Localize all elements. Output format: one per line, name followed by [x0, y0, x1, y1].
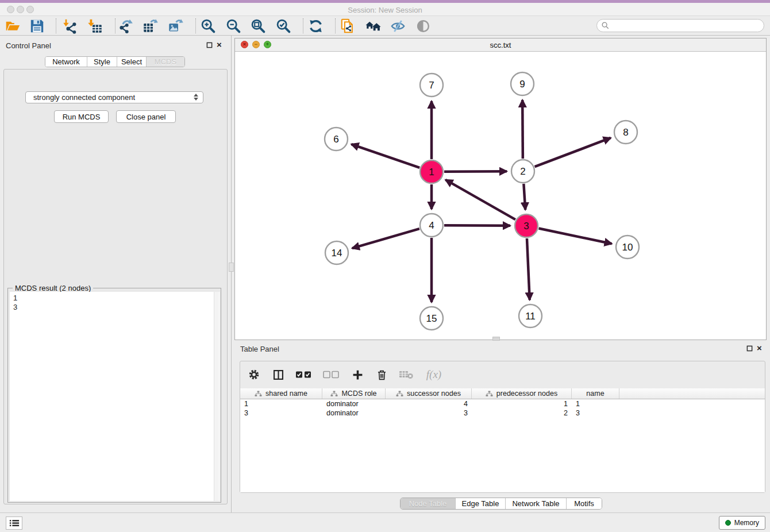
float-table-panel-icon[interactable] [746, 345, 753, 352]
delete-table-button[interactable] [398, 367, 415, 382]
import-table-button[interactable] [85, 18, 105, 34]
column-header-successor-nodes[interactable]: successor nodes [386, 388, 472, 399]
tab-network-table[interactable]: Network Table [506, 498, 567, 509]
graph-node-10[interactable]: 10 [616, 236, 639, 259]
cell-shared-name: 1 [240, 399, 322, 408]
export-table-button[interactable] [140, 18, 160, 34]
graph-edge-3-10[interactable] [539, 229, 612, 244]
window-resize-grip[interactable] [492, 337, 500, 341]
tab-select[interactable]: Select [117, 57, 147, 67]
graph-node-14[interactable]: 14 [325, 241, 348, 264]
zoom-selected-button[interactable] [274, 18, 293, 34]
graph-edge-1-2[interactable] [444, 171, 507, 172]
close-panel-button[interactable]: Close panel [116, 110, 176, 123]
tab-edge-table[interactable]: Edge Table [456, 498, 506, 509]
task-history-button[interactable] [6, 516, 22, 530]
optimization-criterion-value: strongly connected component [33, 93, 135, 102]
graph-node-3[interactable]: 3 [515, 214, 538, 237]
mcds-result-groupbox: MCDS result (2 nodes) 1 3 [7, 288, 221, 503]
first-neighbors-button[interactable] [363, 18, 383, 34]
zoom-fit-button[interactable] [248, 18, 268, 34]
svg-text:4: 4 [429, 220, 434, 231]
graph-node-7[interactable]: 7 [420, 74, 443, 97]
save-icon [29, 18, 45, 34]
clone-network-button[interactable] [338, 18, 357, 34]
svg-text:7: 7 [429, 80, 434, 91]
svg-text:14: 14 [332, 248, 342, 259]
graph-node-15[interactable]: 15 [420, 307, 443, 330]
function-builder-button[interactable]: f(x) [423, 367, 445, 382]
tab-mcds[interactable]: MCDS [147, 57, 184, 67]
graph-node-2[interactable]: 2 [511, 160, 534, 183]
zoom-in-icon [201, 18, 216, 34]
result-scrollbar[interactable] [214, 292, 219, 501]
search-input[interactable] [612, 22, 764, 30]
graph-node-6[interactable]: 6 [325, 128, 348, 151]
column-header-shared-name[interactable]: shared name [240, 388, 322, 399]
create-column-button[interactable] [349, 367, 365, 382]
export-network-button[interactable] [116, 18, 135, 34]
delete-column-button[interactable] [374, 367, 390, 382]
export-image-icon [168, 18, 183, 34]
export-network-icon [118, 18, 133, 34]
graph-edge-3-11[interactable] [527, 238, 530, 300]
close-panel-icon[interactable]: × [217, 41, 222, 48]
mcds-result-list[interactable]: 1 3 [10, 292, 220, 501]
cell-successor-nodes: 3 [386, 408, 472, 418]
run-mcds-button[interactable]: Run MCDS [54, 110, 109, 123]
close-table-panel-icon[interactable]: × [757, 345, 762, 352]
zoom-out-button[interactable] [224, 18, 243, 34]
table-row[interactable]: 3 dominator 3 2 3 [240, 408, 765, 418]
zoom-selected-icon [276, 18, 291, 34]
import-network-button[interactable] [60, 18, 79, 34]
panel-divider[interactable] [231, 36, 232, 512]
memory-button[interactable]: Memory [719, 516, 765, 530]
zoom-in-button[interactable] [198, 18, 218, 34]
graph-edge-2-3[interactable] [523, 184, 525, 210]
open-session-button[interactable] [3, 18, 22, 34]
toolbar-search[interactable] [596, 19, 764, 32]
deselect-all-button[interactable] [322, 367, 341, 382]
graph-node-9[interactable]: 9 [511, 72, 534, 95]
show-hide-style-button[interactable] [388, 18, 407, 34]
divider-grip[interactable] [229, 263, 234, 272]
tab-motifs[interactable]: Motifs [567, 498, 602, 509]
graph-edge-2-8[interactable] [535, 138, 611, 167]
table-row[interactable]: 1 dominator 4 1 1 [240, 399, 765, 408]
export-image-button[interactable] [165, 18, 185, 34]
graph-edge-2-9[interactable] [522, 100, 523, 159]
float-panel-icon[interactable] [206, 42, 213, 48]
table-panel-tabs: Node Table Edge Table Network Table Moti… [400, 498, 602, 510]
tab-node-table[interactable]: Node Table [401, 498, 456, 509]
tab-network[interactable]: Network [45, 57, 87, 67]
graph-edge-1-6[interactable] [351, 144, 419, 168]
graph-node-1[interactable]: 1 [420, 160, 443, 183]
column-header-name[interactable]: name [572, 388, 619, 399]
save-session-button[interactable] [27, 18, 47, 34]
graph-node-4[interactable]: 4 [420, 214, 443, 237]
optimization-criterion-select[interactable]: strongly connected component [25, 91, 203, 103]
graph-node-8[interactable]: 8 [614, 121, 637, 144]
graph-edge-4-14[interactable] [352, 229, 419, 248]
table-settings-button[interactable] [246, 367, 262, 382]
network-canvas[interactable]: 7968124314101511 [235, 52, 766, 340]
import-table-icon [87, 18, 103, 34]
hide-panel-button[interactable] [413, 18, 433, 34]
hierarchy-icon [330, 391, 338, 397]
zoom-fit-icon [251, 18, 266, 34]
tab-style[interactable]: Style [87, 57, 117, 67]
open-folder-icon [5, 18, 21, 34]
column-header-mcds-role[interactable]: MCDS role [322, 388, 386, 399]
graph-node-11[interactable]: 11 [519, 304, 542, 327]
select-all-button[interactable] [294, 367, 314, 382]
graph-edge-4-3[interactable] [444, 225, 510, 226]
column-header-predecessor-nodes[interactable]: predecessor nodes [472, 388, 572, 399]
graph-edge-3-1[interactable] [445, 180, 515, 219]
show-columns-button[interactable] [270, 367, 286, 382]
apply-layout-button[interactable] [306, 18, 325, 34]
cell-predecessor-nodes: 2 [472, 408, 572, 418]
cell-mcds-role: dominator [322, 399, 386, 408]
delete-table-icon [399, 369, 414, 380]
toolbar-separator [303, 18, 303, 33]
network-view-window: × − + scc.txt 7968124314101511 [234, 38, 767, 340]
